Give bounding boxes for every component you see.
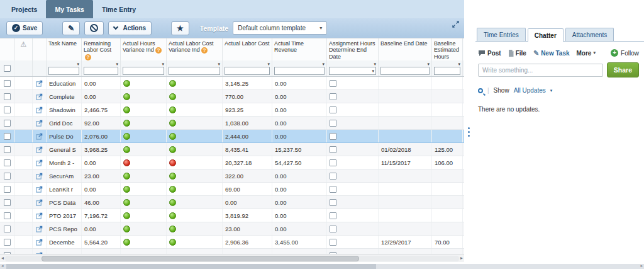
scrollbar-track[interactable] bbox=[5, 256, 459, 261]
column-header-actual-labor-cost-variance[interactable]: Actual Labor Cost Variance Ind? bbox=[167, 38, 223, 60]
table-row[interactable]: SecurAm 23.00 322.00 0.00 bbox=[0, 169, 464, 183]
table-row[interactable] bbox=[0, 249, 464, 254]
column-header-actual-time-revenue[interactable]: Actual Time Revenue bbox=[272, 38, 327, 60]
row-checkbox[interactable] bbox=[4, 199, 11, 206]
assignment-checkbox[interactable] bbox=[330, 239, 336, 246]
filter-dropdown-icon[interactable]: ▾ bbox=[374, 61, 376, 67]
open-task-icon[interactable] bbox=[36, 120, 43, 127]
row-open-cell[interactable] bbox=[33, 183, 47, 195]
help-icon[interactable]: ? bbox=[155, 47, 162, 54]
row-checkbox[interactable] bbox=[4, 80, 11, 87]
row-select-cell[interactable] bbox=[0, 90, 15, 103]
search-icon[interactable] bbox=[478, 88, 483, 93]
row-checkbox[interactable] bbox=[4, 212, 11, 219]
table-row[interactable]: LeanKit r 0.00 69.00 0.00 bbox=[0, 183, 464, 196]
filter-dropdown-icon[interactable]: ▾ bbox=[322, 61, 325, 67]
filter-dropdown-icon[interactable]: ▾ bbox=[267, 61, 270, 67]
row-select-cell[interactable] bbox=[0, 183, 15, 195]
row-checkbox[interactable] bbox=[4, 146, 11, 153]
assignment-checkbox[interactable] bbox=[330, 212, 336, 219]
table-row[interactable]: PTO 2017 7,196.72 3,819.92 0.00 bbox=[0, 209, 464, 222]
template-dropdown[interactable]: Default column template ▾ bbox=[233, 21, 327, 35]
column-header-actual-hours-variance[interactable]: Actual Hours Variance Ind? bbox=[121, 38, 167, 60]
row-select-cell[interactable] bbox=[0, 117, 15, 129]
row-open-cell[interactable] bbox=[33, 130, 47, 142]
open-task-icon[interactable] bbox=[36, 173, 43, 180]
help-icon[interactable]: ? bbox=[201, 47, 208, 54]
more-button[interactable]: More ▾ bbox=[577, 50, 596, 57]
assignment-checkbox[interactable] bbox=[330, 186, 336, 193]
open-task-icon[interactable] bbox=[36, 106, 43, 113]
filter-input-actual-labor-cost[interactable] bbox=[225, 67, 270, 75]
tab-time-entries[interactable]: Time Entries bbox=[477, 28, 526, 41]
row-select-cell[interactable] bbox=[0, 169, 15, 182]
row-open-cell[interactable] bbox=[33, 117, 47, 129]
table-row[interactable]: Month 2 - 0.00 20,327.18 54,427.50 11/15… bbox=[0, 156, 464, 169]
row-open-cell[interactable] bbox=[33, 103, 47, 116]
assignment-checkbox[interactable] bbox=[330, 133, 336, 140]
cancel-button[interactable] bbox=[84, 21, 104, 35]
open-task-icon[interactable] bbox=[36, 80, 43, 87]
assignment-checkbox[interactable] bbox=[330, 93, 336, 100]
column-header-baseline-estimated[interactable]: Baseline Estimated Hours bbox=[432, 38, 463, 60]
row-checkbox[interactable] bbox=[4, 186, 11, 193]
table-row[interactable]: PCS Data 46.00 0.00 0.00 bbox=[0, 196, 464, 209]
open-task-icon[interactable] bbox=[36, 252, 43, 255]
feed-filter-dropdown[interactable]: All Updates bbox=[514, 87, 546, 94]
open-task-icon[interactable] bbox=[36, 226, 43, 232]
table-row[interactable]: General S 3,968.25 8,435.41 15,237.50 01… bbox=[0, 143, 464, 156]
filter-input-remaining-labor-cost[interactable] bbox=[84, 67, 118, 75]
row-checkbox[interactable] bbox=[4, 93, 11, 100]
tab-attachments[interactable]: Attachments bbox=[565, 28, 614, 41]
open-task-icon[interactable] bbox=[36, 133, 43, 140]
tab-time-entry[interactable]: Time Entry bbox=[93, 0, 145, 18]
select-all-checkbox[interactable] bbox=[4, 65, 11, 72]
open-task-icon[interactable] bbox=[36, 186, 43, 193]
file-button[interactable]: File bbox=[508, 50, 526, 57]
select-all-cell[interactable] bbox=[0, 60, 15, 76]
assignment-checkbox[interactable] bbox=[330, 226, 336, 232]
window-horizontal-scrollbar[interactable]: ◂ ▸ bbox=[0, 264, 644, 269]
row-select-cell[interactable] bbox=[0, 209, 15, 222]
row-open-cell[interactable] bbox=[33, 169, 47, 182]
row-checkbox[interactable] bbox=[4, 252, 11, 255]
row-select-cell[interactable] bbox=[0, 196, 15, 209]
scrollbar-thumb[interactable] bbox=[42, 256, 359, 261]
assignment-checkbox[interactable] bbox=[330, 106, 336, 113]
open-task-icon[interactable] bbox=[36, 199, 43, 206]
row-open-cell[interactable] bbox=[33, 236, 47, 248]
filter-dropdown-icon[interactable]: ▾ bbox=[162, 61, 164, 67]
share-button[interactable]: Share bbox=[607, 62, 639, 77]
assignment-checkbox[interactable] bbox=[330, 120, 336, 127]
follow-button[interactable]: + Follow bbox=[611, 49, 639, 57]
filter-input-baseline-estimated[interactable] bbox=[434, 67, 460, 75]
row-open-cell[interactable] bbox=[33, 90, 47, 103]
assignment-checkbox[interactable] bbox=[330, 159, 336, 166]
row-checkbox[interactable] bbox=[4, 106, 11, 113]
tab-my-tasks[interactable]: My Tasks bbox=[46, 0, 93, 18]
filter-input-task-name[interactable] bbox=[48, 67, 79, 75]
row-select-cell[interactable] bbox=[0, 156, 15, 169]
tab-projects[interactable]: Projects bbox=[3, 0, 46, 18]
scroll-left-icon[interactable]: ◂ bbox=[1, 263, 4, 268]
filter-input-cost-variance[interactable] bbox=[169, 67, 220, 75]
column-header-assignment-hours[interactable]: Assignment Hours Determine End Date bbox=[327, 38, 379, 60]
row-open-cell[interactable] bbox=[33, 196, 47, 209]
assignment-checkbox[interactable] bbox=[330, 199, 336, 206]
favorite-button[interactable]: ★ bbox=[171, 21, 189, 35]
column-header-actual-labor-cost[interactable]: Actual Labor Cost bbox=[223, 38, 272, 60]
save-button[interactable]: ✓ Save bbox=[6, 21, 43, 35]
tab-chatter[interactable]: Chatter bbox=[528, 28, 564, 42]
column-header-baseline-end-date[interactable]: Baseline End Date bbox=[379, 38, 432, 60]
filter-dropdown-icon[interactable]: ▾ bbox=[427, 61, 430, 67]
row-select-cell[interactable] bbox=[0, 143, 15, 156]
filter-input-baseline-end-date[interactable] bbox=[380, 67, 430, 75]
table-row[interactable]: Grid Doc 92.00 1,038.00 0.00 bbox=[0, 117, 464, 130]
post-input[interactable] bbox=[478, 64, 603, 77]
filter-dropdown-icon[interactable]: ▾ bbox=[77, 61, 79, 67]
row-checkbox[interactable] bbox=[4, 239, 11, 246]
pane-splitter[interactable] bbox=[464, 0, 473, 264]
row-select-cell[interactable] bbox=[0, 103, 15, 116]
assignment-checkbox[interactable] bbox=[330, 146, 336, 153]
column-header-remaining-labor-cost[interactable]: Remaining Labor Cost? bbox=[82, 38, 121, 60]
